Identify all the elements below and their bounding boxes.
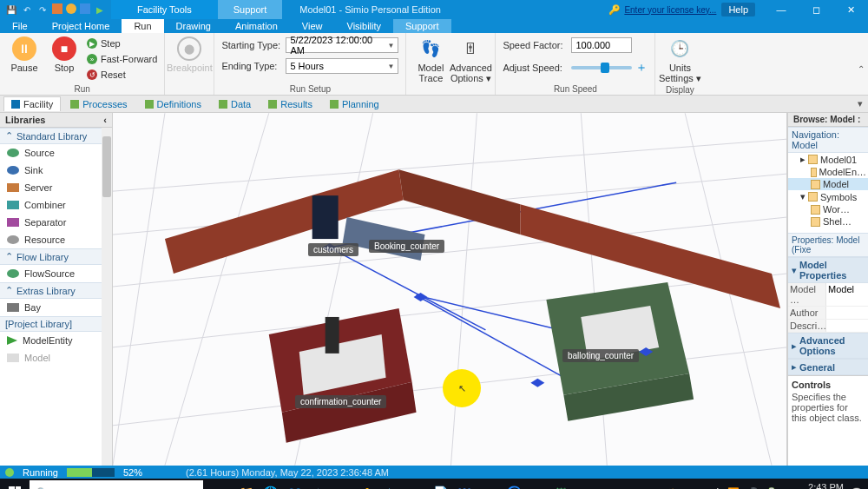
lib-item-sink[interactable]: Sink bbox=[0, 162, 112, 179]
workspace: Libraries ‹ ⌃Standard Library Source Sin… bbox=[0, 113, 868, 466]
qat-btn-3[interactable] bbox=[80, 3, 90, 14]
redo-icon[interactable]: ↷ bbox=[36, 3, 49, 16]
collapse-left-icon[interactable]: ‹ bbox=[103, 115, 107, 125]
tab-drawing[interactable]: Drawing bbox=[164, 19, 223, 33]
lib-section-project[interactable]: [Project Library] bbox=[0, 316, 112, 332]
mail-icon[interactable]: ✉2 bbox=[526, 481, 549, 489]
starting-type-combo[interactable]: 5/22/2023 12:00:00 AM▼ bbox=[286, 37, 398, 53]
qat-btn-1[interactable] bbox=[52, 3, 62, 14]
ending-type-combo[interactable]: 5 Hours▼ bbox=[286, 58, 398, 74]
tree-shel[interactable]: Shel… bbox=[788, 215, 868, 228]
prop-k: Model … bbox=[788, 283, 826, 306]
app-icon-1[interactable]: ✦ bbox=[307, 481, 330, 489]
prop-description[interactable]: Descri… bbox=[788, 320, 868, 333]
save-icon[interactable]: 💾 bbox=[5, 3, 17, 16]
view-tab-results[interactable]: Results bbox=[260, 96, 320, 111]
lib-item-modelentity[interactable]: ModelEntity bbox=[0, 332, 112, 349]
lib-item-server[interactable]: Server bbox=[0, 179, 112, 196]
lib-section-extras[interactable]: ⌃Extras Library bbox=[0, 282, 112, 299]
close-button[interactable]: ✕ bbox=[833, 0, 868, 19]
view-dropdown-icon[interactable]: ▾ bbox=[852, 98, 868, 109]
undo-icon[interactable]: ↶ bbox=[21, 3, 33, 16]
record-icon[interactable]: ⏺ bbox=[575, 481, 597, 489]
simio-icon[interactable]: ◉ bbox=[477, 481, 500, 489]
minimize-button[interactable]: — bbox=[764, 0, 799, 19]
view-tab-data[interactable]: Data bbox=[211, 96, 259, 111]
qat-btn-2[interactable] bbox=[66, 3, 76, 14]
fast-forward-button[interactable]: »Fast-Forward bbox=[87, 52, 157, 66]
units-settings-button[interactable]: 🕒Units Settings ▾ bbox=[662, 36, 697, 84]
facility-canvas[interactable]: customers Booking_counter confirmation_c… bbox=[113, 113, 787, 466]
lib-item-model[interactable]: Model bbox=[0, 349, 112, 367]
taskbar-clock[interactable]: 2:43 PM 5/28/2023 bbox=[801, 482, 844, 489]
general-section[interactable]: ▸General bbox=[788, 359, 868, 375]
lib-section-standard[interactable]: ⌃Standard Library bbox=[0, 128, 112, 144]
tab-animation[interactable]: Animation bbox=[223, 19, 290, 33]
lib-item-source[interactable]: Source bbox=[0, 144, 112, 162]
stop-button[interactable]: ■ Stop bbox=[47, 36, 82, 73]
lib-item-separator[interactable]: Separator bbox=[0, 214, 112, 231]
store-icon[interactable]: 🛍 bbox=[380, 481, 403, 489]
app-icon-3[interactable]: 📄 bbox=[429, 481, 451, 489]
tab-visibility[interactable]: Visibility bbox=[335, 19, 394, 33]
app-icon-2[interactable]: ▣ bbox=[404, 481, 427, 489]
help-button[interactable]: Help bbox=[721, 3, 755, 17]
security-icon[interactable]: 🛡 bbox=[550, 481, 573, 489]
model-trace-button[interactable]: 👣Model Trace bbox=[413, 36, 448, 83]
model-properties-section[interactable]: ▾Model Properties bbox=[788, 257, 868, 283]
lib-section-flow[interactable]: ⌃Flow Library bbox=[0, 248, 112, 265]
license-link[interactable]: Enter your license key... bbox=[624, 5, 716, 15]
word-icon[interactable]: W bbox=[453, 481, 476, 489]
tab-file[interactable]: File bbox=[0, 19, 40, 33]
tab-run[interactable]: Run bbox=[122, 19, 163, 33]
tree-symbols[interactable]: ▾Symbols bbox=[788, 190, 868, 203]
play-icon[interactable]: ▶ bbox=[94, 3, 106, 16]
tab-project-home[interactable]: Project Home bbox=[40, 19, 122, 33]
task-view-icon[interactable]: ▭ bbox=[210, 481, 233, 489]
lib-item-flowsource[interactable]: FlowSource bbox=[0, 265, 112, 282]
app-icon-a[interactable]: A bbox=[356, 481, 378, 489]
breakpoint-button: ⬤ Breakpoint bbox=[172, 36, 207, 73]
lib-item-resource[interactable]: Resource bbox=[0, 231, 112, 248]
lib-item-combiner[interactable]: Combiner bbox=[0, 196, 112, 214]
chrome-icon[interactable]: 🌐 bbox=[259, 481, 281, 489]
tree-model01[interactable]: ▸Model01 bbox=[788, 153, 868, 166]
powershell-icon[interactable]: ⧉ bbox=[332, 481, 354, 489]
taskbar-search[interactable]: 🔍 Type here to search bbox=[30, 480, 203, 489]
reset-button[interactable]: ↺Reset bbox=[87, 68, 157, 82]
start-button[interactable] bbox=[0, 479, 30, 489]
prop-k: Descri… bbox=[788, 320, 826, 332]
scroll-thumb[interactable] bbox=[102, 136, 111, 197]
step-button[interactable]: ▶Step bbox=[87, 36, 157, 50]
maximize-button[interactable]: ◻ bbox=[799, 0, 833, 19]
teams-icon[interactable]: 👥 bbox=[283, 481, 306, 489]
libraries-scrollbar[interactable] bbox=[102, 128, 112, 466]
controls-heading: Controls bbox=[792, 380, 865, 390]
view-tab-facility[interactable]: Facility bbox=[3, 96, 61, 111]
adjust-speed-slider[interactable] bbox=[571, 66, 632, 69]
label-balloting: balloting_counter bbox=[562, 349, 639, 362]
lib-item-bay[interactable]: Bay bbox=[0, 299, 112, 316]
pause-button[interactable]: ⏸ Pause bbox=[7, 36, 42, 73]
view-tab-processes[interactable]: Processes bbox=[62, 96, 135, 111]
tree-modelentity[interactable]: ModelEn… bbox=[788, 166, 868, 178]
collapse-ribbon-icon[interactable]: ⌃ bbox=[858, 64, 865, 74]
tree-wor[interactable]: Wor… bbox=[788, 203, 868, 215]
prop-author[interactable]: Author bbox=[788, 307, 868, 320]
tab-view[interactable]: View bbox=[290, 19, 335, 33]
plus-icon[interactable]: ＋ bbox=[635, 60, 648, 76]
advanced-options-section[interactable]: ▸Advanced Options bbox=[788, 333, 868, 359]
contextual-tab-support: Support bbox=[218, 0, 283, 19]
edge-icon[interactable]: 🌀 bbox=[502, 481, 524, 489]
file-explorer-icon[interactable]: 📁 bbox=[234, 481, 257, 489]
speed-factor-input[interactable]: 100.000 bbox=[571, 37, 632, 53]
advanced-options-button[interactable]: 🎚Advanced Options ▾ bbox=[453, 36, 488, 84]
processes-icon bbox=[70, 100, 79, 109]
view-tab-planning[interactable]: Planning bbox=[322, 96, 387, 111]
slider-thumb[interactable] bbox=[601, 63, 609, 73]
prop-model-name[interactable]: Model …Model bbox=[788, 283, 868, 307]
ribbon-group-display: 🕒Units Settings ▾ Display bbox=[655, 33, 704, 95]
tab-support[interactable]: Support bbox=[393, 19, 451, 33]
view-tab-definitions[interactable]: Definitions bbox=[137, 96, 209, 111]
tree-model[interactable]: Model bbox=[788, 178, 868, 190]
